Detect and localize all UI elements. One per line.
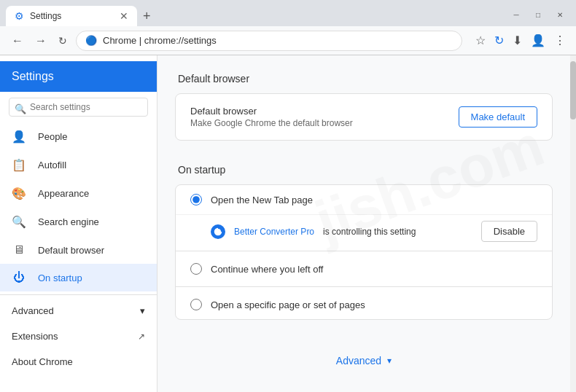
new-tab-button[interactable]: +	[137, 6, 157, 27]
sidebar-item-on-startup[interactable]: ⏻ On startup	[0, 264, 157, 291]
radio-row-new-tab: Open the New Tab page	[176, 185, 552, 214]
advanced-left: Advanced	[12, 305, 54, 316]
profile-icon[interactable]: 👤	[529, 32, 547, 49]
close-button[interactable]: ✕	[556, 10, 564, 19]
plugin-control-row: Better Converter Pro is controlling this…	[176, 214, 552, 248]
on-startup-title: On startup	[175, 164, 553, 176]
radio-row-specific: Open a specific page or set of pages	[176, 290, 552, 319]
maximize-button[interactable]: □	[534, 10, 542, 19]
tab-bar: ⚙ Settings ✕ + ─ □ ✕	[0, 0, 576, 26]
default-browser-text: Default browser Make Google Chrome the d…	[190, 106, 459, 128]
default-browser-card: Default browser Make Google Chrome the d…	[175, 93, 553, 141]
tab-title: Settings	[30, 11, 114, 21]
radio-new-tab-label: Open the New Tab page	[211, 195, 313, 205]
extensions-left: Extensions	[12, 331, 58, 342]
on-startup-section: On startup Open the New Tab page Better …	[175, 164, 553, 320]
download-icon[interactable]: ⬇	[511, 32, 524, 49]
autofill-icon: 📋	[12, 158, 26, 172]
plugin-name: Better Converter Pro	[234, 227, 314, 237]
sidebar-item-on-startup-label: On startup	[38, 273, 82, 283]
default-browser-title: Default browser	[175, 73, 553, 85]
default-browser-icon: 🖥	[12, 243, 26, 256]
default-browser-row: Default browser Make Google Chrome the d…	[176, 94, 552, 140]
make-default-button[interactable]: Make default	[459, 106, 537, 128]
default-browser-card-title: Default browser	[190, 106, 459, 117]
search-icon: 🔍	[15, 103, 26, 114]
radio-specific-label: Open a specific page or set of pages	[211, 299, 365, 310]
sidebar-item-about[interactable]: About Chrome	[0, 349, 157, 375]
appearance-icon: 🎨	[12, 187, 26, 200]
sidebar-extensions[interactable]: Extensions ↗	[0, 324, 157, 349]
sidebar-search-wrap: 🔍	[0, 95, 157, 122]
sidebar-extensions-label: Extensions	[12, 331, 58, 342]
advanced-chevron-icon: ▾	[140, 305, 145, 316]
sidebar-item-people-label: People	[38, 131, 67, 142]
sidebar-title: Settings	[0, 61, 157, 92]
people-icon: 👤	[12, 130, 26, 144]
sidebar-item-search-engine[interactable]: 🔍 Search engine	[0, 208, 157, 236]
address-bar: ← → ↻ 🔵 Chrome | chrome://settings ☆ ↻ ⬇…	[0, 26, 576, 55]
sidebar-item-default-browser[interactable]: 🖥 Default browser	[0, 236, 157, 264]
search-engine-icon: 🔍	[12, 215, 26, 229]
external-link-icon: ↗	[138, 332, 145, 342]
sidebar-item-default-browser-label: Default browser	[38, 245, 104, 256]
sidebar-item-autofill[interactable]: 📋 Autofill	[0, 151, 157, 179]
toolbar-icons: ☆ ↻ ⬇ 👤 ⋮	[474, 32, 567, 49]
default-browser-card-desc: Make Google Chrome the default browser	[190, 118, 459, 128]
tab-favicon-icon: ⚙	[15, 10, 24, 22]
sidebar-item-people[interactable]: 👤 People	[0, 122, 157, 151]
sidebar-item-appearance[interactable]: 🎨 Appearance	[0, 179, 157, 208]
sidebar-item-autofill-label: Autofill	[38, 160, 66, 170]
main-content: jish.com Default browser Default browser…	[157, 55, 570, 392]
bookmark-icon[interactable]: ☆	[474, 32, 487, 49]
radio-specific[interactable]	[190, 299, 202, 310]
settings-tab[interactable]: ⚙ Settings ✕	[6, 6, 137, 26]
url-bar[interactable]: 🔵 Chrome | chrome://settings	[76, 31, 462, 51]
reload-button[interactable]: ↻	[55, 32, 70, 50]
advanced-button[interactable]: Advanced ▾	[175, 343, 553, 378]
advanced-chevron-down-icon: ▾	[387, 356, 392, 366]
url-text: Chrome | chrome://settings	[103, 35, 217, 46]
menu-icon[interactable]: ⋮	[553, 32, 567, 49]
disable-button[interactable]: Disable	[481, 221, 537, 242]
back-button[interactable]: ←	[9, 31, 26, 50]
radio-row-continue: Continue where you left off	[176, 254, 552, 283]
scrollbar-track[interactable]	[570, 55, 576, 392]
radio-continue[interactable]	[190, 263, 202, 275]
on-startup-card: Open the New Tab page Better Converter P…	[175, 184, 553, 320]
search-input[interactable]	[9, 98, 148, 117]
secure-icon: 🔵	[85, 35, 97, 46]
radio-continue-label: Continue where you left off	[211, 264, 323, 275]
sidebar-advanced-label: Advanced	[12, 305, 54, 316]
radio-new-tab[interactable]	[190, 194, 202, 205]
on-startup-icon: ⏻	[12, 271, 26, 284]
sidebar-advanced-section[interactable]: Advanced ▾	[0, 298, 157, 324]
plugin-text: is controlling this setting	[323, 227, 416, 237]
minimize-button[interactable]: ─	[512, 10, 521, 19]
plugin-icon	[211, 224, 225, 239]
sidebar: Settings 🔍 👤 People 📋 Autofill 🎨 Appeara…	[0, 55, 157, 392]
chrome-sync-icon[interactable]: ↻	[493, 32, 505, 49]
advanced-label: Advanced	[336, 355, 381, 366]
forward-button[interactable]: →	[32, 31, 50, 50]
window-controls: ─ □ ✕	[506, 10, 570, 22]
sidebar-item-appearance-label: Appearance	[38, 188, 89, 199]
tab-close-icon[interactable]: ✕	[120, 11, 128, 21]
sidebar-about-label: About Chrome	[12, 356, 73, 367]
default-browser-section: Default browser Default browser Make Goo…	[175, 73, 553, 141]
sidebar-item-search-engine-label: Search engine	[38, 216, 99, 227]
scrollbar-thumb[interactable]	[570, 61, 576, 119]
